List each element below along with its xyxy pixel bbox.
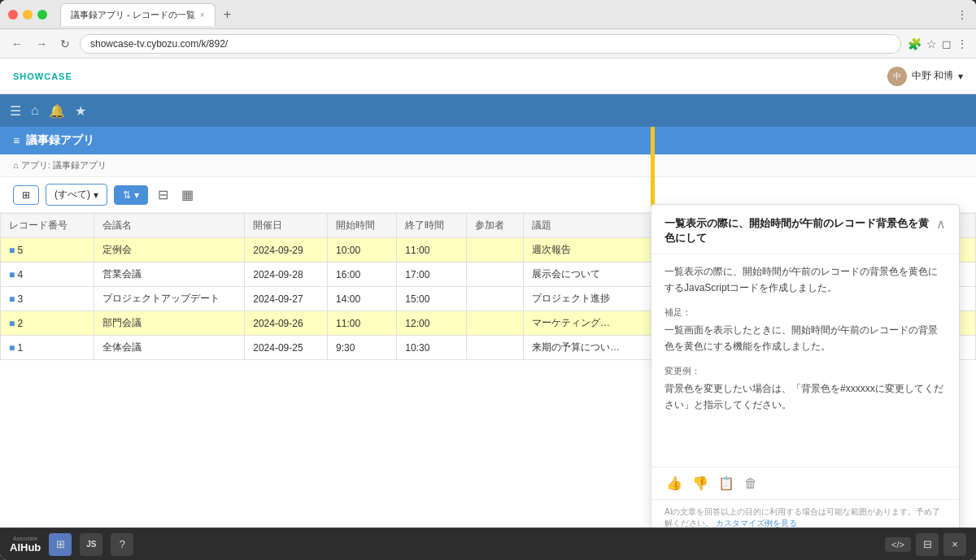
panel-toggle-button[interactable]: ⊟ [916,533,939,556]
cell-1-2: 2024-09-28 [245,263,328,287]
thumbs-down-button[interactable]: 👎 [691,474,710,493]
thumbs-up-button[interactable]: 👍 [664,474,684,493]
cell-4-6: 来期の予算につい… [523,336,652,360]
cell-0-2: 2024-09-29 [245,238,328,263]
back-button[interactable]: ← [8,36,26,52]
more-options-icon[interactable]: ⋮ [956,37,968,50]
cell-0-3: 10:00 [328,238,397,263]
cell-2-0: ■ 3 [1,287,94,311]
panel-body: 一覧表示の際に、開始時間が午前のレコードの背景色を黄色にするJavaScript… [651,254,959,467]
cell-3-5 [466,311,523,336]
bell-icon[interactable]: 🔔 [49,103,65,119]
profile-icon[interactable]: ◻ [942,37,952,50]
col-header-name: 会議名 [94,214,244,238]
sort-button[interactable]: ⇅ ▾ [114,185,148,205]
forward-button[interactable]: → [33,36,50,52]
change-label: 変更例： [664,364,946,379]
cell-4-1: 全体会議 [94,336,244,360]
cell-4-4: 10:30 [397,336,466,360]
supplement-label: 補足： [664,306,946,320]
cell-1-4: 17:00 [397,263,466,287]
panel-reactions: 👍 👎 📋 🗑 [651,467,959,499]
cell-3-4: 12:00 [397,311,466,336]
filter-dropdown-button[interactable]: (すべて) ▾ [46,184,107,206]
cell-3-2: 2024-09-26 [245,311,328,336]
hint-text: AIの文章を回答以上の目的に利用する場合は可能な範囲があります。予め了解ください… [664,507,940,527]
active-tab[interactable]: 議事録アプリ - レコードの一覧 × [60,3,216,26]
minimize-traffic-light[interactable] [23,10,33,20]
cell-0-5 [466,238,523,263]
row-indicator: ■ [9,342,15,354]
filter-icon-button[interactable]: ⊟ [155,184,172,206]
grid-icon-button[interactable]: ⊞ [49,533,72,556]
cell-2-3: 14:00 [328,287,397,311]
app-title-icon: ≡ [13,134,20,147]
row-indicator: ■ [9,269,15,280]
cell-2-6: プロジェクト進捗 [523,287,652,311]
panel-change-example: 変更例： 背景色を変更したい場合は、「背景色を#xxxxxxに変更してください」… [664,364,946,413]
chart-icon-button[interactable]: ▦ [178,184,197,206]
col-header-start: 開始時間 [328,214,397,238]
panel-hint: AIの文章を回答以上の目的に利用する場合は可能な範囲があります。予め了解ください… [664,506,946,527]
bottom-bar: Associate AIHub ⊞ JS ? </> ⊟ × [0,527,976,560]
url-bar[interactable] [80,34,901,54]
panel-header: 一覧表示の際に、開始時間が午前のレコード背景色を黄色にして ∧ [651,205,959,254]
associate-label: Associate [13,536,37,541]
cell-4-5 [466,336,523,360]
extensions-icon[interactable]: 🧩 [908,37,922,50]
header-user[interactable]: 中 中野 和博 ▾ [887,67,963,86]
close-traffic-light[interactable] [8,10,18,20]
filter-label: (すべて) [54,188,90,202]
view-toggle-button[interactable]: ⊞ [13,185,39,205]
cell-2-4: 15:00 [397,287,466,311]
supplement-text: 一覧画面を表示したときに、開始時間が午前のレコードの背景色を黄色にする機能を作成… [664,323,946,354]
app-content: SHOWCASE 中 中野 和博 ▾ ☰ ⌂ 🔔 ★ ≡ 議事録ア [0,59,976,527]
help-icon-button[interactable]: ? [111,533,133,556]
panel-supplement: 補足： 一覧画面を表示したときに、開始時間が午前のレコードの背景色を黄色にする機… [664,306,946,354]
side-panel: 一覧表示の際に、開始時間が午前のレコード背景色を黄色にして ∧ 一覧表示の際に、… [651,204,960,527]
col-header-attendees: 参加者 [466,214,523,238]
row-indicator: ■ [9,245,15,256]
panel-close-button[interactable]: ∧ [936,216,946,232]
app-title-bar: ≡ 議事録アプリ [0,127,976,154]
maximize-traffic-light[interactable] [37,10,47,20]
cell-0-0: ■ 5 [1,238,94,263]
showcase-logo-text: SHOWCASE [13,72,72,81]
window-settings-icon[interactable]: ⋮ [956,8,968,21]
traffic-lights [8,10,47,20]
cell-2-5 [466,287,523,311]
showcase-logo: SHOWCASE [13,72,72,81]
home-breadcrumb-icon[interactable]: ⌂ [13,160,19,170]
copy-button[interactable]: 📋 [717,474,736,493]
cell-4-3: 9:30 [328,336,397,360]
cell-3-3: 11:00 [328,311,397,336]
bottom-close-button[interactable]: × [943,533,966,556]
filter-dropdown-icon: ▾ [94,189,98,201]
tab-bar: 議事録アプリ - レコードの一覧 × + [60,3,950,26]
delete-button[interactable]: 🗑 [743,475,759,493]
home-icon[interactable]: ⌂ [31,103,39,118]
aihub-label: AIHub [10,541,41,553]
app-header: SHOWCASE 中 中野 和博 ▾ [0,59,976,94]
cell-1-1: 営業会議 [94,263,244,287]
js-icon-button[interactable]: JS [80,533,102,556]
menu-icon[interactable]: ☰ [10,103,21,119]
bookmark-icon[interactable]: ☆ [926,37,937,50]
customize-link[interactable]: カスタマイズ例を見る [716,519,797,527]
refresh-button[interactable]: ↻ [57,36,73,52]
user-dropdown-icon[interactable]: ▾ [958,71,963,82]
app-title: 議事録アプリ [26,133,94,148]
row-indicator: ■ [9,293,15,305]
sort-dropdown-icon: ▾ [134,189,139,201]
aihub-logo: Associate AIHub [10,536,41,553]
browser-toolbar-icons: 🧩 ☆ ◻ ⋮ [908,37,968,50]
panel-title: 一覧表示の際に、開始時間が午前のレコード背景色を黄色にして [664,216,936,245]
code-button[interactable]: </> [885,537,911,552]
new-tab-button[interactable]: + [219,6,236,24]
tab-close-btn[interactable]: × [200,11,205,20]
cell-1-0: ■ 4 [1,263,94,287]
star-icon[interactable]: ★ [75,103,86,119]
cell-3-1: 部門会議 [94,311,244,336]
cell-0-4: 11:00 [397,238,466,263]
col-header-id: レコード番号 [1,214,94,238]
